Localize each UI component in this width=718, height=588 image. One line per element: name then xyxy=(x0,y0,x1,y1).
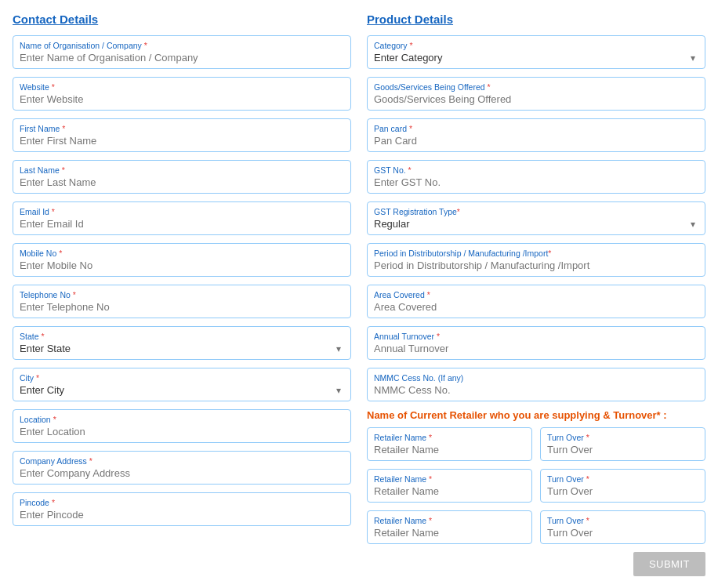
retailer-name-2-label: Retailer Name * xyxy=(374,474,525,484)
retailer-row-1: Retailer Name * Turn Over * xyxy=(367,427,705,461)
nmmc-label: NMMC Cess No. (If any) xyxy=(374,373,698,383)
pincode-field: Pincode * xyxy=(13,492,351,526)
retailer-name-1-label: Retailer Name * xyxy=(374,433,525,442)
website-input[interactable] xyxy=(20,93,344,105)
annual-turnover-label: Annual Turnover * xyxy=(374,332,698,341)
firstname-input[interactable] xyxy=(20,135,344,147)
location-input[interactable] xyxy=(20,426,344,437)
retailer-turnover-2-field: Turn Over * xyxy=(540,469,705,503)
category-label: Category * xyxy=(374,41,698,50)
goods-field: Goods/Services Being Offered * xyxy=(367,77,705,111)
lastname-input[interactable] xyxy=(20,176,344,188)
website-field: Website * xyxy=(13,77,351,111)
mobile-input[interactable] xyxy=(20,260,344,271)
retailer-turnover-3-input[interactable] xyxy=(547,527,698,539)
product-title: Product Details xyxy=(367,13,705,26)
firstname-label: First Name * xyxy=(20,124,344,133)
company-address-label: Company Address * xyxy=(20,456,344,466)
product-column: Product Details Category * Enter Categor… xyxy=(367,13,705,576)
gst-reg-field: GST Registration Type* Regular ▾ xyxy=(367,201,705,235)
retailer-turnover-1-input[interactable] xyxy=(547,444,698,456)
pancard-label: Pan card * xyxy=(374,124,698,133)
retailer-name-1-field: Retailer Name * xyxy=(367,427,532,461)
pancard-field: Pan card * xyxy=(367,118,705,152)
email-label: Email Id * xyxy=(20,207,344,216)
gst-field: GST No. * xyxy=(367,160,705,194)
retailer-name-1-input[interactable] xyxy=(374,444,525,456)
main-container: Contact Details Name of Organisation / C… xyxy=(13,13,705,576)
retailer-name-3-label: Retailer Name * xyxy=(374,516,525,525)
organisation-label: Name of Organisation / Company * xyxy=(20,41,344,50)
category-field: Category * Enter Category ▾ xyxy=(367,35,705,69)
state-label: State * xyxy=(20,332,344,341)
area-input[interactable] xyxy=(374,301,698,313)
goods-input[interactable] xyxy=(374,93,698,105)
retailer-row-2: Retailer Name * Turn Over * xyxy=(367,469,705,503)
retailer-name-3-field: Retailer Name * xyxy=(367,510,532,544)
telephone-label: Telephone No * xyxy=(20,290,344,299)
period-label: Period in Distributorship / Manufacturin… xyxy=(374,249,698,258)
pincode-input[interactable] xyxy=(20,509,344,521)
pancard-input[interactable] xyxy=(374,135,698,147)
email-field: Email Id * xyxy=(13,201,351,235)
city-field: City * Enter City ▾ xyxy=(13,368,351,401)
gst-input[interactable] xyxy=(374,176,698,188)
retailer-turnover-1-label: Turn Over * xyxy=(547,433,698,442)
telephone-field: Telephone No * xyxy=(13,285,351,318)
period-input[interactable] xyxy=(374,260,698,271)
area-field: Area Covered * xyxy=(367,285,705,318)
nmmc-field: NMMC Cess No. (If any) xyxy=(367,368,705,401)
lastname-label: Last Name * xyxy=(20,165,344,175)
website-label: Website * xyxy=(20,82,344,92)
mobile-field: Mobile No * xyxy=(13,243,351,277)
email-input[interactable] xyxy=(20,218,344,230)
gst-reg-select-wrapper: Regular ▾ xyxy=(374,218,698,230)
retailer-turnover-1-field: Turn Over * xyxy=(540,427,705,461)
location-field: Location * xyxy=(13,409,351,443)
mobile-label: Mobile No * xyxy=(20,249,344,258)
location-label: Location * xyxy=(20,415,344,424)
lastname-field: Last Name * xyxy=(13,160,351,194)
category-select[interactable]: Enter Category xyxy=(374,52,698,64)
organisation-field: Name of Organisation / Company * xyxy=(13,35,351,69)
firstname-field: First Name * xyxy=(13,118,351,152)
nmmc-input[interactable] xyxy=(374,384,698,396)
annual-turnover-field: Annual Turnover * xyxy=(367,326,705,360)
gst-label: GST No. * xyxy=(374,165,698,175)
retailer-section-label: Name of Current Retailer who you are sup… xyxy=(367,409,705,421)
state-select[interactable]: Enter State xyxy=(20,343,344,354)
retailer-name-2-field: Retailer Name * xyxy=(367,469,532,503)
submit-row: SUBMIT xyxy=(367,552,705,576)
company-address-input[interactable] xyxy=(20,467,344,479)
retailer-name-2-input[interactable] xyxy=(374,485,525,497)
gst-reg-label: GST Registration Type* xyxy=(374,207,698,216)
period-field: Period in Distributorship / Manufacturin… xyxy=(367,243,705,277)
retailer-turnover-2-input[interactable] xyxy=(547,485,698,497)
city-select-wrapper: Enter City ▾ xyxy=(20,384,344,396)
retailer-turnover-3-field: Turn Over * xyxy=(540,510,705,544)
state-select-wrapper: Enter State ▾ xyxy=(20,343,344,354)
category-select-wrapper: Enter Category ▾ xyxy=(374,52,698,64)
company-address-field: Company Address * xyxy=(13,451,351,485)
retailer-row-3: Retailer Name * Turn Over * xyxy=(367,510,705,544)
organisation-input[interactable] xyxy=(20,52,344,64)
city-select[interactable]: Enter City xyxy=(20,384,344,396)
telephone-input[interactable] xyxy=(20,301,344,313)
retailer-name-3-input[interactable] xyxy=(374,527,525,539)
city-label: City * xyxy=(20,373,344,383)
annual-turnover-input[interactable] xyxy=(374,343,698,354)
pincode-label: Pincode * xyxy=(20,498,344,507)
contact-title: Contact Details xyxy=(13,13,351,26)
retailer-turnover-3-label: Turn Over * xyxy=(547,516,698,525)
contact-column: Contact Details Name of Organisation / C… xyxy=(13,13,351,576)
goods-label: Goods/Services Being Offered * xyxy=(374,82,698,92)
state-field: State * Enter State ▾ xyxy=(13,326,351,360)
area-label: Area Covered * xyxy=(374,290,698,299)
gst-reg-select[interactable]: Regular xyxy=(374,218,698,230)
submit-button[interactable]: SUBMIT xyxy=(633,552,705,576)
retailer-turnover-2-label: Turn Over * xyxy=(547,474,698,484)
